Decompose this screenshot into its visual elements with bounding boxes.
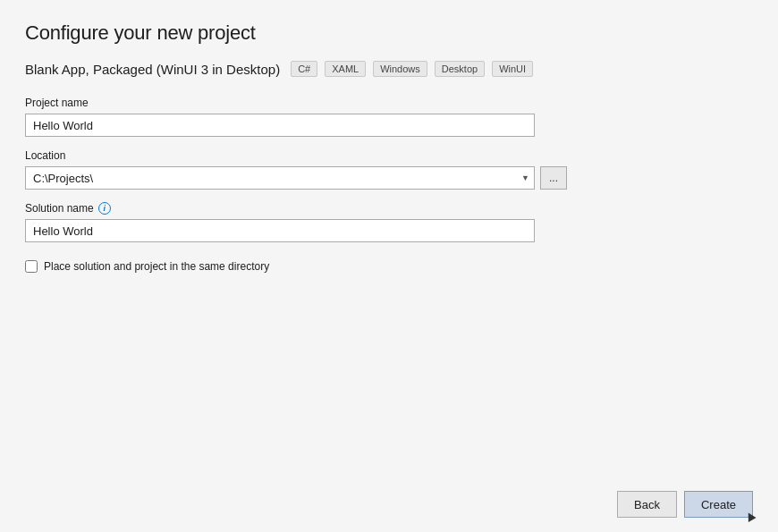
location-group: Location C:\Projects\ ▼ ... [25,149,753,190]
project-name-input[interactable] [25,114,535,137]
app-type-name: Blank App, Packaged (WinUI 3 in Desktop) [25,62,280,77]
browse-button[interactable]: ... [540,166,567,190]
tag-windows: Windows [373,61,427,77]
back-button[interactable]: Back [617,491,677,518]
location-label: Location [25,149,753,162]
tag-csharp: C# [291,61,317,77]
solution-name-label: Solution name i [25,202,753,215]
same-directory-checkbox[interactable] [25,260,38,273]
info-icon[interactable]: i [98,202,111,215]
page-container: Configure your new project Blank App, Pa… [0,0,778,532]
tag-desktop: Desktop [435,61,485,77]
create-button[interactable]: Create [684,491,753,518]
location-select-wrapper: C:\Projects\ ▼ [25,166,535,190]
location-select[interactable]: C:\Projects\ [25,166,535,190]
bottom-bar: Back Create [25,480,753,518]
solution-name-input[interactable] [25,219,535,242]
location-row: C:\Projects\ ▼ ... [25,166,753,190]
same-directory-row: Place solution and project in the same d… [25,260,753,273]
project-name-label: Project name [25,97,753,109]
tag-xaml: XAML [325,61,366,77]
page-title: Configure your new project [25,21,753,45]
same-directory-label[interactable]: Place solution and project in the same d… [44,260,269,273]
cursor-icon [744,511,756,522]
solution-name-group: Solution name i [25,202,753,242]
project-name-group: Project name [25,97,753,137]
form-section: Project name Location C:\Projects\ ▼ ...… [25,97,753,480]
tag-winui: WinUI [492,61,533,77]
app-type-row: Blank App, Packaged (WinUI 3 in Desktop)… [25,61,753,77]
